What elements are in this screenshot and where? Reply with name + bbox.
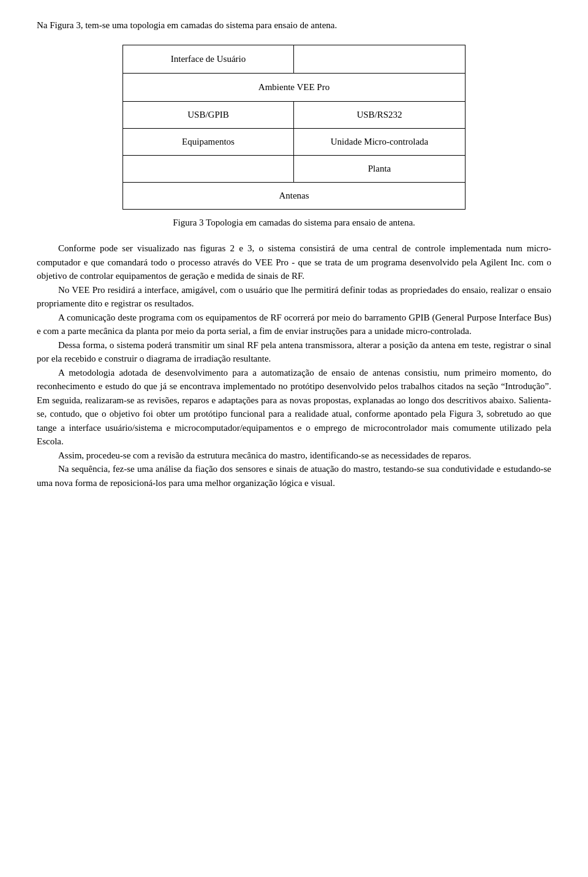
paragraph-6: Assim, procedeu-se com a revisão da estr…	[37, 449, 551, 463]
planta-label: Planta	[368, 164, 391, 173]
equipamentos-cell: Equipamentos	[123, 129, 294, 155]
paragraph-2: No VEE Pro residirá a interface, amigáve…	[37, 283, 551, 311]
intro-paragraph: Na Figura 3, tem-se uma topologia em cam…	[37, 18, 551, 32]
paragraph-1: Conforme pode ser visualizado nas figura…	[37, 241, 551, 283]
diagram-row-planta: Planta	[123, 156, 465, 183]
diagram-outer: Interface de Usuário Ambiente VEE Pro US…	[123, 45, 466, 210]
paragraph-4-text: Dessa forma, o sistema poderá transmitir…	[37, 340, 551, 364]
vee-label: Ambiente VEE Pro	[258, 82, 330, 92]
right-mid-cell: USB/RS232	[294, 102, 465, 128]
left-mid-cell: USB/GPIB	[123, 102, 294, 128]
diagram-row-antenas: Antenas	[123, 183, 465, 209]
equipamentos-label: Equipamentos	[182, 137, 235, 146]
interface-cell: Interface de Usuário	[123, 45, 294, 73]
unidade-micro-cell: Unidade Micro-controlada	[294, 129, 465, 155]
paragraph-2-text: No VEE Pro residirá a interface, amigáve…	[37, 285, 551, 309]
figure-caption: Figura 3 Topologia em camadas do sistema…	[37, 216, 551, 230]
diagram-row-equipamentos: Equipamentos Unidade Micro-controlada	[123, 129, 465, 156]
diagram-row-interface: Interface de Usuário	[123, 45, 465, 74]
diagram-row-usb: USB/GPIB USB/RS232	[123, 102, 465, 129]
interface-label: Interface de Usuário	[171, 54, 246, 64]
planta-empty-cell	[123, 156, 294, 182]
antenas-label: Antenas	[279, 191, 309, 200]
paragraph-5: A metodologia adotada de desenvolvimento…	[37, 366, 551, 449]
paragraph-7: Na sequência, fez-se uma análise da fiaç…	[37, 462, 551, 490]
paragraph-4: Dessa forma, o sistema poderá transmitir…	[37, 338, 551, 366]
paragraph-6-text: Assim, procedeu-se com a revisão da estr…	[58, 450, 471, 460]
paragraph-1-text: Conforme pode ser visualizado nas figura…	[37, 243, 551, 281]
paragraph-3: A comunicação deste programa com os equi…	[37, 311, 551, 338]
paragraph-5-text: A metodologia adotada de desenvolvimento…	[37, 368, 551, 447]
diagram-row-vee: Ambiente VEE Pro	[123, 74, 465, 102]
page-content: Na Figura 3, tem-se uma topologia em cam…	[37, 18, 551, 490]
paragraph-7-text: Na sequência, fez-se uma análise da fiaç…	[37, 464, 551, 488]
diagram-container: Interface de Usuário Ambiente VEE Pro US…	[37, 45, 551, 210]
paragraph-3-text: A comunicação deste programa com os equi…	[37, 313, 551, 336]
unidade-micro-label: Unidade Micro-controlada	[331, 137, 429, 146]
empty-top-cell	[294, 45, 465, 73]
planta-cell: Planta	[294, 156, 465, 182]
usb-gpib-label: USB/GPIB	[187, 110, 229, 120]
antenas-cell: Antenas	[123, 183, 465, 209]
usb-rs232-label: USB/RS232	[356, 110, 402, 120]
vee-cell: Ambiente VEE Pro	[123, 74, 465, 101]
